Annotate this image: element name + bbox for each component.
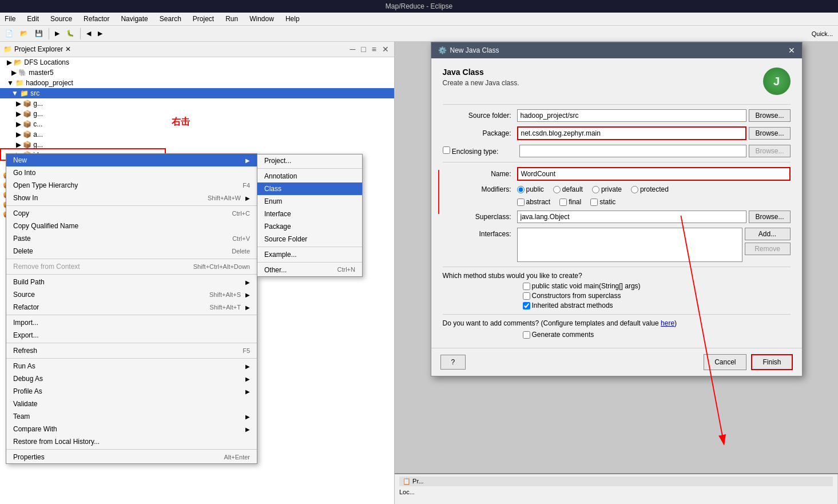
menu-edit[interactable]: Edit [25,14,41,24]
modifier-protected-radio[interactable] [631,186,638,193]
submenu-package[interactable]: Package [257,220,362,233]
submenu-enum[interactable]: Enum [257,195,362,208]
toolbar-forward[interactable]: ▶ [95,28,105,39]
name-input[interactable] [517,167,791,181]
modifier-abstract-option[interactable]: abstract [517,198,551,206]
modifier-final-option[interactable]: final [559,198,581,206]
tree-item-master5[interactable]: ▶ 🐘 master5 [0,68,394,78]
ctx-refresh[interactable]: Refresh F5 [6,344,257,357]
stub-constructors-option[interactable]: Constructors from superclass [523,292,791,300]
tree-item-g1[interactable]: ▶ 📦 g... [0,98,394,109]
generate-comments-checkbox[interactable] [523,331,530,339]
submenu-interface[interactable]: Interface [257,208,362,220]
dialog-cancel-btn[interactable]: Cancel [704,354,746,370]
tree-item-dfs[interactable]: ▶ 📂 DFS Locations [0,57,394,68]
submenu-project[interactable]: Project... [257,154,362,167]
modifier-default-radio[interactable] [553,186,561,193]
menu-navigate[interactable]: Navigate [118,14,150,24]
superclass-browse-btn[interactable]: Browse... [749,211,790,223]
expand-panel-btn[interactable]: ≡ [370,44,378,54]
superclass-input[interactable] [517,211,747,223]
toolbar-open[interactable]: 📂 [17,28,31,39]
modifier-final-checkbox[interactable] [559,199,567,206]
toolbar-new[interactable]: 📄 [2,28,16,39]
ctx-debugas[interactable]: Debug As ▶ [6,372,257,385]
package-browse-btn[interactable]: Browse... [749,127,790,140]
ctx-profileas[interactable]: Profile As ▶ [6,385,257,398]
enclosing-type-input[interactable] [519,145,747,157]
submenu-other[interactable]: Other... Ctrl+N [257,264,362,276]
menu-run[interactable]: Run [223,14,240,24]
modifier-abstract-checkbox[interactable] [517,199,525,206]
toolbar-run[interactable]: ▶ [52,28,62,39]
submenu-class[interactable]: Class [257,182,362,195]
ctx-team[interactable]: Team ▶ [6,410,257,423]
ctx-export[interactable]: Export... [6,329,257,342]
tree-item-hadoop[interactable]: ▼ 📁 hadoop_project [0,78,394,88]
tree-item-c1[interactable]: ▶ 📦 c... [0,119,394,129]
interfaces-textarea[interactable] [517,228,742,262]
modifier-public-option[interactable]: public [517,185,544,193]
ctx-buildpath[interactable]: Build Path ▶ [6,276,257,288]
ctx-restorefromlocalhistory[interactable]: Restore from Local History... [6,435,257,448]
comments-link[interactable]: here [661,319,674,327]
modifier-private-option[interactable]: private [592,185,622,193]
ctx-delete[interactable]: Delete Delete [6,245,257,257]
ctx-new[interactable]: New ▶ [6,154,257,166]
maximize-panel-btn[interactable]: □ [359,44,367,54]
ctx-import[interactable]: Import... [6,316,257,329]
stub-inherited-option[interactable]: Inherited abstract methods [523,301,791,309]
toolbar-back[interactable]: ◀ [84,28,94,39]
interfaces-add-btn[interactable]: Add... [745,228,791,240]
submenu-example[interactable]: Example... [257,248,362,261]
modifier-private-radio[interactable] [592,186,599,193]
menu-file[interactable]: File [2,14,18,24]
dialog-help-btn[interactable]: ? [440,355,466,370]
submenu-annotation[interactable]: Annotation [257,170,362,182]
ctx-validate[interactable]: Validate [6,398,257,410]
modifier-static-checkbox[interactable] [590,199,598,206]
generate-comments-option[interactable]: Generate comments [523,331,791,339]
toolbar-debug[interactable]: 🐛 [63,28,77,39]
menu-search[interactable]: Search [157,14,184,24]
tree-item-g3[interactable]: ▶ 📦 g... [0,140,394,150]
ctx-typehierarchy[interactable]: Open Type Hierarchy F4 [6,179,257,192]
stub-main-checkbox[interactable] [523,283,530,290]
ctx-gointo[interactable]: Go Into [6,166,257,179]
menu-refactor[interactable]: Refactor [81,14,112,24]
toolbar-save[interactable]: 💾 [32,28,46,39]
tree-item-src[interactable]: ▼ 📁 src [0,88,394,98]
menu-source[interactable]: Source [48,14,74,24]
modifier-default-option[interactable]: default [553,185,583,193]
stub-constructors-checkbox[interactable] [523,292,530,300]
modifier-static-option[interactable]: static [590,198,615,206]
ctx-copyqualified[interactable]: Copy Qualified Name [6,220,257,232]
source-folder-input[interactable] [517,109,747,122]
ctx-runas[interactable]: Run As ▶ [6,360,257,372]
ctx-refactor[interactable]: Refactor Shift+Alt+T ▶ [6,301,257,313]
dialog-close-btn[interactable]: ✕ [788,46,795,55]
dialog-finish-btn[interactable]: Finish [751,354,792,370]
ctx-properties[interactable]: Properties Alt+Enter [6,451,257,463]
ctx-source[interactable]: Source Shift+Alt+S ▶ [6,288,257,301]
package-input[interactable] [517,126,747,140]
ctx-copy[interactable]: Copy Ctrl+C [6,207,257,220]
ctx-comparewith[interactable]: Compare With ▶ [6,423,257,435]
toolbar-quickaccess[interactable]: Quick... [809,29,836,39]
stub-inherited-checkbox[interactable] [523,302,530,309]
ctx-showin[interactable]: Show In Shift+Alt+W ▶ [6,192,257,204]
source-folder-browse-btn[interactable]: Browse... [749,109,790,122]
close-panel-btn[interactable]: ✕ [380,44,391,54]
minimize-panel-btn[interactable]: ─ [348,44,357,54]
stub-main-option[interactable]: public static void main(String[] args) [523,282,791,290]
tree-item-g2[interactable]: ▶ 📦 g... [0,109,394,119]
menu-window[interactable]: Window [247,14,276,24]
submenu-sourcefolder[interactable]: Source Folder [257,233,362,245]
enclosing-type-checkbox[interactable] [443,146,450,154]
tree-item-a1[interactable]: ▶ 📦 a... [0,129,394,140]
menu-project[interactable]: Project [190,14,216,24]
bottom-pr-tab[interactable]: 📋 Pr... [403,478,424,485]
menu-help[interactable]: Help [283,14,302,24]
ctx-paste[interactable]: Paste Ctrl+V [6,232,257,245]
modifier-public-radio[interactable] [517,186,525,193]
